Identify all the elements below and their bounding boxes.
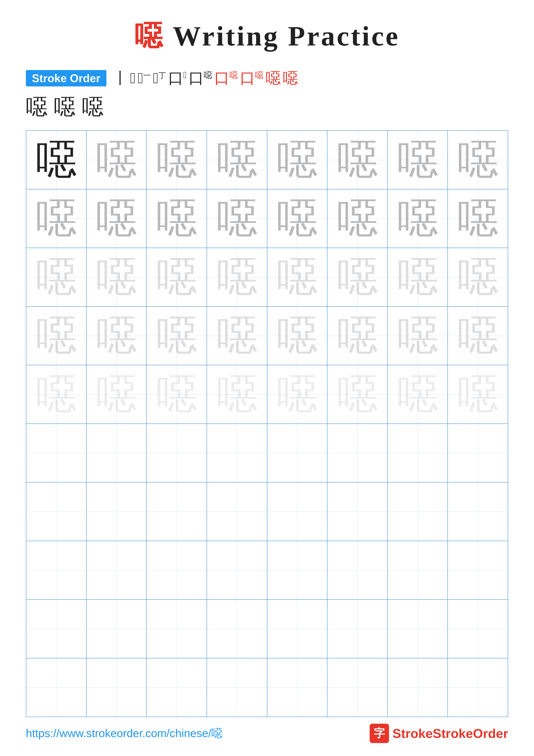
grid-cell-4-6[interactable]: 噁 [327, 307, 388, 365]
grid-cell-3-3[interactable]: 噁 [147, 248, 207, 306]
grid-cell-7-7[interactable] [388, 482, 448, 541]
grid-cell-2-8[interactable]: 噁 [448, 189, 508, 248]
grid-row-1: 噁 噁 噁 噁 噁 噁 噁 噁 [26, 131, 508, 189]
grid-cell-2-1[interactable]: 噁 [26, 189, 87, 248]
grid-cell-5-1[interactable]: 噁 [26, 365, 87, 423]
grid-cell-10-5[interactable] [267, 659, 328, 716]
grid-cell-5-3[interactable]: 噁 [147, 365, 207, 423]
grid-cell-3-8[interactable]: 噁 [448, 248, 508, 306]
cell-char: 噁 [216, 315, 257, 356]
grid-cell-2-2[interactable]: 噁 [87, 189, 147, 248]
grid-cell-4-4[interactable]: 噁 [207, 307, 267, 365]
grid-row-10 [26, 659, 508, 717]
grid-cell-9-1[interactable] [26, 600, 87, 658]
grid-cell-2-3[interactable]: 噁 [147, 189, 207, 248]
grid-cell-7-3[interactable] [147, 482, 207, 541]
grid-cell-5-4[interactable]: 噁 [207, 365, 267, 423]
grid-cell-7-2[interactable] [87, 482, 147, 541]
grid-cell-4-3[interactable]: 噁 [147, 307, 207, 365]
stroke-step-6: 口噁 [189, 68, 212, 88]
grid-cell-4-8[interactable]: 噁 [448, 307, 508, 365]
grid-cell-3-4[interactable]: 噁 [207, 248, 267, 306]
grid-cell-5-6[interactable]: 噁 [327, 365, 388, 423]
grid-cell-10-4[interactable] [207, 659, 267, 716]
cell-char: 噁 [96, 198, 137, 239]
grid-row-4: 噁 噁 噁 噁 噁 噁 噁 噁 [26, 307, 508, 365]
cell-char: 噁 [277, 257, 318, 298]
grid-cell-4-2[interactable]: 噁 [87, 307, 147, 365]
cell-char: 噁 [397, 139, 438, 180]
grid-cell-7-4[interactable] [207, 482, 267, 541]
grid-cell-3-6[interactable]: 噁 [327, 248, 388, 306]
grid-cell-9-7[interactable] [388, 600, 448, 658]
grid-cell-2-4[interactable]: 噁 [207, 189, 267, 248]
grid-cell-3-2[interactable]: 噁 [87, 248, 147, 306]
grid-cell-1-5[interactable]: 噁 [267, 131, 328, 189]
grid-cell-10-1[interactable] [26, 659, 87, 716]
footer-url[interactable]: https://www.strokeorder.com/chinese/噁 [26, 726, 222, 741]
grid-cell-1-3[interactable]: 噁 [147, 131, 207, 189]
grid-cell-4-5[interactable]: 噁 [267, 307, 328, 365]
grid-cell-1-1[interactable]: 噁 [26, 131, 87, 189]
stroke-example-2: 噁 [54, 93, 75, 122]
grid-cell-9-6[interactable] [327, 600, 388, 658]
grid-cell-6-6[interactable] [327, 424, 388, 482]
grid-cell-6-7[interactable] [388, 424, 448, 482]
grid-cell-8-3[interactable] [147, 541, 207, 599]
grid-cell-1-2[interactable]: 噁 [87, 131, 147, 189]
cell-char: 噁 [397, 374, 438, 415]
grid-cell-6-4[interactable] [207, 424, 267, 482]
grid-cell-1-8[interactable]: 噁 [448, 131, 508, 189]
grid-cell-5-8[interactable]: 噁 [448, 365, 508, 423]
grid-cell-7-6[interactable] [327, 482, 388, 541]
grid-cell-5-2[interactable]: 噁 [87, 365, 147, 423]
grid-cell-9-8[interactable] [448, 600, 508, 658]
grid-cell-2-7[interactable]: 噁 [388, 189, 448, 248]
grid-row-9 [26, 600, 508, 659]
grid-cell-6-8[interactable] [448, 424, 508, 482]
grid-cell-8-4[interactable] [207, 541, 267, 599]
footer: https://www.strokeorder.com/chinese/噁 字 … [26, 724, 508, 743]
grid-cell-3-5[interactable]: 噁 [267, 248, 328, 306]
grid-cell-3-7[interactable]: 噁 [388, 248, 448, 306]
grid-cell-6-5[interactable] [267, 424, 328, 482]
grid-cell-10-8[interactable] [448, 659, 508, 716]
grid-cell-10-6[interactable] [327, 659, 388, 716]
grid-cell-1-7[interactable]: 噁 [388, 131, 448, 189]
cell-char: 噁 [277, 198, 318, 239]
grid-cell-9-2[interactable] [87, 600, 147, 658]
grid-cell-7-8[interactable] [448, 482, 508, 541]
grid-cell-2-6[interactable]: 噁 [327, 189, 388, 248]
grid-cell-10-7[interactable] [388, 659, 448, 716]
grid-cell-6-2[interactable] [87, 424, 147, 482]
grid-cell-7-1[interactable] [26, 482, 87, 541]
cell-char: 噁 [156, 315, 197, 356]
grid-cell-8-6[interactable] [327, 541, 388, 599]
grid-cell-4-1[interactable]: 噁 [26, 307, 87, 365]
grid-cell-5-7[interactable]: 噁 [388, 365, 448, 423]
grid-cell-6-3[interactable] [147, 424, 207, 482]
grid-cell-1-4[interactable]: 噁 [207, 131, 267, 189]
grid-cell-8-8[interactable] [448, 541, 508, 599]
grid-cell-8-5[interactable] [267, 541, 328, 599]
stroke-step-8: 口噁 [240, 68, 264, 88]
grid-cell-6-1[interactable] [26, 424, 87, 482]
grid-cell-1-6[interactable]: 噁 [327, 131, 388, 189]
grid-cell-7-5[interactable] [267, 482, 328, 541]
stroke-example-1: 噁 [26, 93, 47, 122]
grid-cell-10-2[interactable] [87, 659, 147, 716]
cell-char: 噁 [397, 257, 438, 298]
grid-cell-8-2[interactable] [87, 541, 147, 599]
grid-cell-2-5[interactable]: 噁 [267, 189, 328, 248]
cell-char: 噁 [96, 374, 137, 415]
grid-cell-3-1[interactable]: 噁 [26, 248, 87, 306]
grid-cell-8-7[interactable] [388, 541, 448, 599]
grid-cell-9-4[interactable] [207, 600, 267, 658]
grid-cell-10-3[interactable] [147, 659, 207, 716]
grid-cell-8-1[interactable] [26, 541, 87, 599]
grid-cell-9-5[interactable] [267, 600, 328, 658]
cell-char: 噁 [457, 257, 498, 298]
grid-cell-5-5[interactable]: 噁 [267, 365, 328, 423]
grid-cell-4-7[interactable]: 噁 [388, 307, 448, 365]
grid-cell-9-3[interactable] [147, 600, 207, 658]
